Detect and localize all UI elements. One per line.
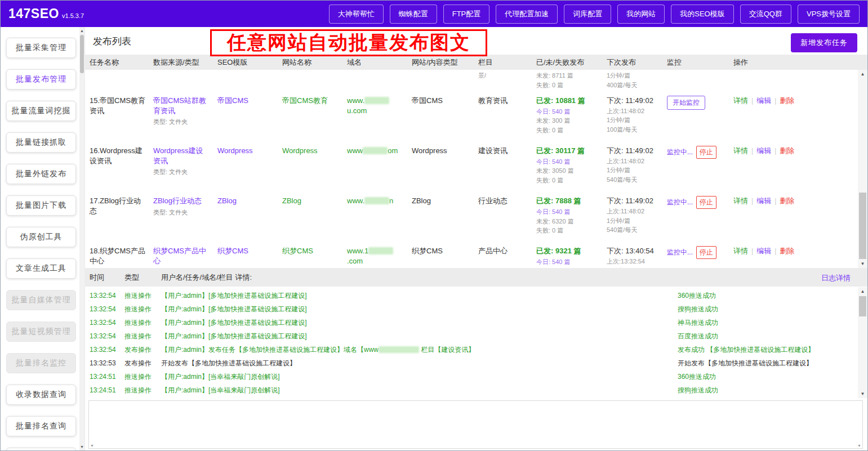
log-scrollbar[interactable]: ▲ ▼ [858, 287, 867, 398]
task-publish-stats: 已发: 7888 篇 今日: 540 篇 未发: 6320 篇 失败: 0 篇 [532, 196, 602, 235]
nav-item[interactable]: FTP配置 [443, 5, 490, 24]
delete-link[interactable]: 删除 [780, 146, 794, 155]
published-count: 已发: 30117 篇 [536, 146, 599, 156]
task-content-type: 织梦CMS [407, 246, 474, 268]
sidebar-item[interactable]: 批量收录查询 [6, 448, 76, 450]
sidebar-item[interactable]: 批量链接抓取 [6, 132, 76, 153]
scrollbar-thumb[interactable] [80, 35, 84, 73]
stop-monitor-button[interactable]: 停止 [696, 146, 716, 159]
log-detail: 【用户:admin】[当幸福来敲门原创解说] [157, 386, 673, 395]
published-count: 已发: 9321 篇 [536, 246, 599, 256]
sidebar-item[interactable]: 批量采集管理 [6, 38, 76, 58]
sidebar-item[interactable]: 批量自媒体管理 [6, 290, 76, 310]
today-count: 今日: 540 篇 [536, 158, 599, 166]
sidebar-item[interactable]: 伪原创工具 [6, 227, 76, 247]
scrollbar-thumb[interactable] [859, 296, 866, 316]
published-count: 已发: 7888 篇 [536, 196, 599, 206]
nav-item[interactable]: 我的SEO模版 [671, 5, 733, 24]
sidebar-item[interactable]: 批量图片下载 [6, 195, 76, 216]
col-publish-stats: 已/未/失败发布 [532, 57, 602, 68]
delete-link[interactable]: 删除 [780, 197, 794, 205]
task-row: 15.帝国CMS教育资讯 帝国CMS站群教育资讯 类型: 文件夹 帝国CMS 帝… [85, 92, 858, 142]
sidebar-scrollbar[interactable]: ▲ ▼ [79, 27, 84, 450]
log-detail: 开始发布【多地加快推进基础设施工程建设】 [157, 359, 673, 368]
task-template-link[interactable]: ZBlog [217, 196, 237, 206]
sidebar-item[interactable]: 收录数据查询 [6, 385, 76, 405]
task-source-cell: 织梦CMS产品中心 类型: 文件夹 [149, 246, 213, 268]
col-column: 栏目 [474, 57, 532, 68]
scroll-up-icon[interactable]: ▲ [79, 28, 84, 33]
scroll-down-icon[interactable]: ▼ [858, 391, 867, 396]
edit-link[interactable]: 编辑 [756, 96, 771, 105]
next-time: 下次: 13:40:54 [607, 246, 659, 256]
scroll-down-icon[interactable]: ▼ [79, 444, 84, 449]
promo-banner-text: 任意网站自动批量发布图文 [227, 30, 470, 56]
detail-link[interactable]: 详情 [733, 96, 748, 105]
task-source-link[interactable]: ZBlog行业动态 [153, 196, 202, 206]
task-domain: wwwom [342, 146, 407, 185]
nav-item[interactable]: 词库配置 [564, 5, 611, 24]
task-actions-cell: 详情|编辑|删除 [729, 146, 858, 185]
sidebar-item[interactable]: 批量发布管理 [6, 69, 76, 90]
sidebar-item[interactable]: 批量流量词挖掘 [6, 101, 76, 121]
stop-monitor-button[interactable]: 停止 [696, 196, 716, 209]
log-detail: 【用户:admin】[当幸福来敲门原创解说] [157, 372, 673, 382]
scroll-up-icon[interactable]: ▲ [858, 289, 867, 294]
add-publish-task-button[interactable]: 新增发布任务 [791, 33, 857, 52]
task-source-link[interactable]: Wordpress建设资讯 [153, 146, 210, 166]
delete-link[interactable]: 删除 [780, 247, 794, 255]
separator: | [774, 197, 776, 205]
detail-link[interactable]: 详情 [733, 197, 748, 205]
nav-item[interactable]: 交流QQ群 [740, 5, 791, 24]
task-template-link[interactable]: 帝国CMS [217, 96, 248, 106]
stop-monitor-button[interactable]: 停止 [696, 246, 716, 259]
detail-link[interactable]: 详情 [733, 247, 748, 255]
nav-items: 大神帮帮忙 蜘蛛配置 FTP配置 代理配置加速 词库配置 我的网站 我的SEO模… [329, 5, 860, 24]
next-time: 下次: 11:49:02 [607, 96, 659, 106]
nav-item[interactable]: 我的网站 [617, 5, 665, 24]
today-count: 今日: 540 篇 [536, 108, 599, 116]
sidebar-item[interactable]: 批量短视频管理 [6, 321, 76, 342]
scroll-up-icon[interactable]: ▲ [858, 72, 867, 77]
nav-item[interactable]: 蜘蛛配置 [390, 5, 437, 24]
edit-link[interactable]: 编辑 [756, 247, 771, 255]
log-result: 搜狗推送成功 [673, 386, 858, 395]
start-monitor-button[interactable]: 开始监控 [667, 96, 705, 110]
unpublished-count: 未发: 3050 篇 [536, 167, 599, 175]
tasks-scrollbar[interactable]: ▲ ▼ [858, 70, 867, 268]
scroll-down-icon[interactable]: ▼ [858, 261, 867, 266]
task-next-publish: 下次: 11:49:02 上次:11:48:02 1分钟/篇 540篇/每天 [602, 196, 662, 235]
failed-count: 失败: 0 篇 [536, 176, 599, 185]
sidebar-item[interactable]: 批量排名监控 [6, 353, 76, 373]
separator: | [751, 147, 753, 155]
monitor-running-status: 监控中... 停止 [667, 198, 716, 206]
scrollbar-thumb[interactable] [859, 193, 866, 259]
publish-rate: 1分钟/篇 [607, 217, 659, 225]
log-time: 13:24:51 [85, 386, 120, 394]
sidebar-item[interactable]: 批量外链发布 [6, 164, 76, 184]
task-column: 行业动态 [474, 196, 532, 235]
delete-link[interactable]: 删除 [780, 96, 794, 105]
monitor-running-status: 监控中... 停止 [667, 248, 716, 256]
log-result: 发布成功 【多地加快推进基础设施工程建设】 [673, 345, 858, 355]
nav-item[interactable]: 代理配置加速 [496, 5, 558, 24]
sidebar-item[interactable]: 批量排名查询 [6, 416, 76, 436]
published-count: 已发: 10881 篇 [536, 96, 599, 106]
log-detail-link[interactable]: 日志详情 [821, 273, 851, 283]
task-source-link[interactable]: 帝国CMS站群教育资讯 [153, 96, 210, 115]
detail-link[interactable]: 详情 [733, 146, 748, 155]
task-template-link[interactable]: 织梦CMS [217, 246, 248, 256]
separator: | [751, 97, 753, 105]
edit-link[interactable]: 编辑 [756, 146, 771, 155]
edit-link[interactable]: 编辑 [756, 197, 771, 205]
task-actions-cell: 详情|编辑|删除 [729, 246, 858, 268]
task-publish-stats: 已发: 30117 篇 今日: 540 篇 未发: 3050 篇 失败: 0 篇 [532, 146, 602, 185]
sidebar: 批量采集管理 批量发布管理 批量流量词挖掘 批量链接抓取 批量外链发布 批量图片… [1, 27, 79, 450]
task-template-link[interactable]: Wordpress [217, 146, 253, 156]
nav-item[interactable]: VPS拨号设置 [798, 5, 860, 24]
sidebar-item[interactable]: 文章生成工具 [6, 258, 76, 279]
task-source-link[interactable]: 织梦CMS产品中心 [153, 246, 210, 266]
log-result: 百度推送成功 [673, 332, 858, 341]
nav-item[interactable]: 大神帮帮忙 [329, 5, 384, 24]
task-next-publish: 下次: 13:40:54 上次:13:32:54 2分钟/篇 540篇/每天 [602, 246, 662, 268]
